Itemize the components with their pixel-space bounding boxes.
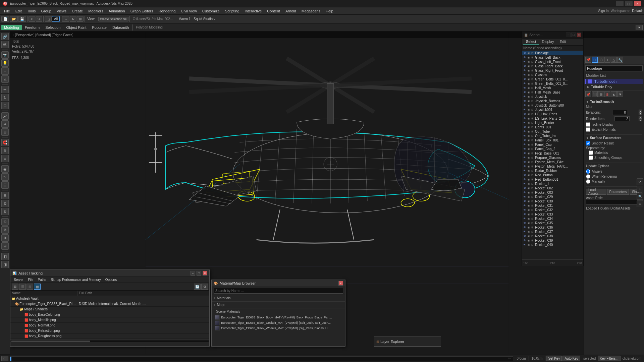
rs-ts-explicit-check[interactable] (586, 127, 590, 132)
rs-ctrl-up[interactable]: ▲ (611, 91, 617, 97)
rs-btn-pin[interactable]: 📌 (585, 57, 591, 63)
se-list-item-1[interactable]: 👁 ◉ ⊡ Glass_Left_Back (522, 55, 583, 60)
lt-layer[interactable]: ☰ (1, 181, 9, 189)
subtb-extra-1[interactable]: ▼ (636, 25, 643, 30)
tb-undo[interactable]: ↩ (29, 16, 35, 22)
tb-select-all[interactable]: All (52, 16, 60, 22)
lt-light[interactable]: 💡 (1, 59, 9, 67)
at-row-4[interactable]: 🟥body_Metallic.png (10, 317, 209, 323)
se-list-item-5[interactable]: 👁 ◉ ⊡ Glasses (522, 73, 583, 77)
se-list-item-22[interactable]: 👁 ◉ ⊡ Panel_Cap_2 (522, 147, 583, 151)
se-list-item-27[interactable]: 👁 ◉ ⊡ Radar_Rubber (522, 169, 583, 173)
rs-parameters-btn[interactable]: Parameters (607, 189, 629, 195)
rs-ts-renderiter-input[interactable] (614, 116, 630, 121)
rs-when-rendering-radio[interactable] (586, 174, 590, 179)
se-list-item-9[interactable]: 👁 ◉ ⊡ Hall_Mesh_Base (522, 90, 583, 95)
lt-link[interactable]: 🔗 (1, 33, 9, 40)
tb-select[interactable]: ⬚ (45, 16, 52, 22)
vp-orbit-btn[interactable]: ⟳ (637, 178, 643, 185)
at-menu-server[interactable]: Server (12, 278, 25, 282)
subtb-populate[interactable]: Populate (89, 25, 109, 30)
rs-ctrl-delete[interactable]: 🗑 (604, 91, 610, 97)
se-list-item-2[interactable]: 👁 ◉ ⊡ Glass_Left_Front (522, 60, 583, 64)
menu-interactive[interactable]: Interactive (242, 8, 265, 14)
vp-zoom-btn[interactable]: 🔍 (637, 193, 643, 200)
se-list-item-32[interactable]: 👁 ◉ ⊡ Rocket_003 (522, 190, 583, 195)
close-btn[interactable]: × (634, 1, 641, 6)
at-tb-btn1[interactable]: 🖥 (12, 284, 18, 290)
workspace-value[interactable]: Default (632, 9, 643, 13)
rs-smooth-result-check[interactable] (586, 141, 590, 145)
auto-key-btn[interactable]: Auto Key (562, 356, 580, 361)
at-minimize-btn[interactable]: − (191, 271, 195, 276)
se-list-item-3[interactable]: 👁 ◉ ⊡ Glass_Right_Back (522, 64, 583, 68)
se-list-item-18[interactable]: 👁 ◉ ⊡ Out_Tube (522, 129, 583, 134)
se-list-item-28[interactable]: 👁 ◉ ⊡ Red_Button (522, 173, 583, 177)
rs-manually-radio[interactable] (586, 179, 590, 184)
at-row-7[interactable]: 🟥body_Roughness.png (10, 334, 209, 339)
lt-mirror[interactable]: ⇔ (1, 120, 9, 128)
rs-load-assets-btn[interactable]: Load Assets (586, 189, 606, 195)
rs-btn-hierarchy[interactable]: ⬡ (598, 57, 604, 63)
rs-ctrl-show-all[interactable]: ⊞ (598, 91, 604, 97)
rs-ts-render-up[interactable]: ▲ (639, 116, 642, 119)
tb-open[interactable]: 📂 (10, 16, 18, 22)
se-list-item-14[interactable]: 👁 ◉ ⊡ LG_Link_Parts (522, 112, 583, 116)
at-row-2[interactable]: 📁Maps / Shaders (10, 307, 209, 312)
lt-unlink[interactable]: ⛓ (1, 41, 9, 48)
menu-create[interactable]: Create (69, 8, 86, 14)
at-row-1[interactable]: 🎨Eurocopter_Tiger_EC665_Black_Rigged_max… (10, 301, 209, 307)
se-list-item-10[interactable]: 👁 ◉ ⊡ Joystick (522, 95, 583, 99)
at-row-6[interactable]: 🟥body_Refraction.png (10, 328, 209, 334)
rs-always-radio[interactable] (586, 169, 590, 174)
lt-spacing[interactable]: ≡ (1, 155, 9, 162)
se-list-item-16[interactable]: 👁 ◉ ⊡ Light_Border (522, 121, 583, 125)
menu-civil-view[interactable]: Civil View (178, 8, 199, 14)
menu-views[interactable]: Views (54, 8, 69, 14)
subtb-freeform[interactable]: Freeform (22, 25, 43, 30)
lt-ribbon3[interactable]: ③ (1, 234, 9, 242)
se-list-item-42[interactable]: 👁 ◉ ⊡ Rocket_038 (522, 234, 583, 238)
rs-mod-editpoly[interactable]: ▶ Editable Poly (585, 84, 643, 89)
se-list-item-36[interactable]: 👁 ◉ ⊡ Rocket_032 (522, 208, 583, 212)
vp-fov-btn[interactable]: ⊞ (637, 200, 643, 207)
rs-name-input[interactable] (585, 65, 643, 71)
se-tab-display[interactable]: Display (539, 39, 557, 45)
menu-arnold[interactable]: Arnold (283, 8, 299, 14)
se-list-item-15[interactable]: 👁 ◉ ⊡ LG_Link_Parts_2 (522, 116, 583, 121)
lt-paint[interactable]: 🖌 (1, 112, 9, 120)
se-list-item-12[interactable]: 👁 ◉ ⊡ Joystick_Buttons00 (522, 103, 583, 108)
se-list-item-17[interactable]: 👁 ◉ ⊡ Lights_001 (522, 125, 583, 129)
se-list-item-19[interactable]: 👁 ◉ ⊡ Out_Tube_Ins (522, 134, 583, 138)
se-list-item-6[interactable]: 👁 ◉ ⊡ Green_Belts_001_0... (522, 77, 583, 81)
tb-new[interactable]: 📄 (1, 16, 9, 22)
se-list-item-29[interactable]: 👁 ◉ ⊡ Red_Button001 (522, 177, 583, 182)
at-tb-btn2[interactable]: ☰ (19, 284, 26, 290)
at-close-btn[interactable]: × (203, 271, 207, 276)
lt-snap2[interactable]: ⊕ (1, 147, 9, 154)
rs-smooth-groups-check[interactable] (589, 156, 593, 160)
rs-ctrl-pin[interactable]: 📌 (585, 91, 591, 97)
lt-ribbon2[interactable]: ② (1, 226, 9, 234)
se-list-item-4[interactable]: 👁 ◉ ⊡ Glass_Right_Front (522, 68, 583, 73)
at-tb-btn4[interactable]: ▦ (34, 284, 41, 290)
se-list-item-37[interactable]: 👁 ◉ ⊡ Rocket_033 (522, 212, 583, 217)
lt-align[interactable]: ⊟ (1, 128, 9, 136)
at-row-0[interactable]: 📁Autodesk Vault (10, 296, 209, 301)
se-list-item-26[interactable]: 👁 ◉ ⊡ Pyston_Metal_PArt0... (522, 164, 583, 169)
menu-customize[interactable]: Customize (200, 8, 222, 14)
at-table-body[interactable]: 📁Autodesk Vault 🎨Eurocopter_Tiger_EC665_… (10, 296, 209, 340)
lt-camera[interactable]: 📷 (1, 51, 9, 59)
at-row-3[interactable]: 🟥body_BaseColor.png (10, 312, 209, 317)
se-list-item-40[interactable]: 👁 ◉ ⊡ Rocket_036 (522, 225, 583, 230)
mb-section-materials-header[interactable]: Materials (214, 296, 343, 301)
se-list-item-41[interactable]: 👁 ◉ ⊡ Rocket_037 (522, 230, 583, 234)
rs-ts-render-down[interactable]: ▼ (639, 119, 642, 121)
tb-rotate[interactable]: ↻ (70, 16, 76, 22)
lt-bottom1[interactable]: ◧ (1, 253, 9, 260)
rs-surface-collapse[interactable]: ▼ (586, 136, 589, 140)
se-list-item-34[interactable]: 👁 ◉ ⊡ Rocket_030 (522, 199, 583, 203)
rs-ts-isoline-check[interactable] (586, 122, 590, 127)
at-menu-options[interactable]: Options (103, 278, 119, 282)
se-tab-select[interactable]: Select (523, 39, 539, 45)
